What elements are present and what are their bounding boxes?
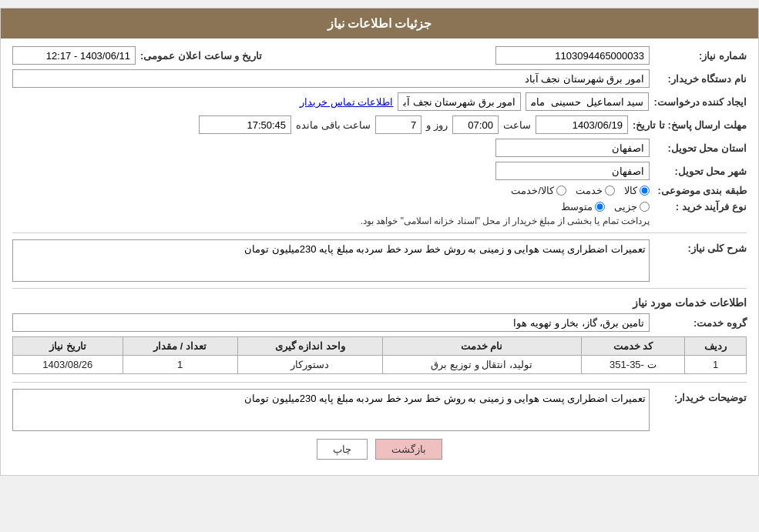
remaining-label: ساعت باقی مانده <box>296 119 371 131</box>
table-cell-unit: دستورکار <box>237 356 382 374</box>
requester-role-input <box>398 92 521 111</box>
col-header-qty: تعداد / مقدار <box>123 337 237 356</box>
col-header-date: تاریخ نیاز <box>13 337 123 356</box>
province-label: استان محل تحویل: <box>654 142 747 154</box>
buyer-desc-textarea[interactable] <box>12 389 650 431</box>
remaining-time-input <box>199 115 291 134</box>
table-cell-row: 1 <box>685 356 747 374</box>
table-cell-name: تولید، انتقال و توزیع برق <box>382 356 581 374</box>
city-input <box>495 162 650 180</box>
col-header-unit: واحد اندازه گیری <box>237 337 382 356</box>
deadline-day-label: روز و <box>426 119 448 131</box>
requester-contact-link[interactable]: اطلاعات تماس خریدار <box>300 96 393 108</box>
buyer-desc-label: توضیحات خریدار: <box>654 389 747 403</box>
category-radio-group: کالا خدمت کالا/خدمت <box>511 185 650 196</box>
service-group-label: گروه خدمت: <box>654 317 747 329</box>
deadline-label: مهلت ارسال پاسخ: تا تاریخ: <box>633 119 747 131</box>
city-label: شهر محل تحویل: <box>654 166 747 177</box>
col-header-name: نام خدمت <box>382 337 581 356</box>
page-title: جزئیات اطلاعات نیاز <box>1 8 758 38</box>
purchase-type-note: پرداخت تمام یا بخشی از مبلغ خریدار از مح… <box>361 216 650 226</box>
purchase-type-jazii[interactable]: جزیی <box>614 201 650 212</box>
deadline-date-input <box>536 115 628 134</box>
announcement-label: تاریخ و ساعت اعلان عمومی: <box>140 50 262 62</box>
client-org-label: نام دستگاه خریدار: <box>654 73 747 85</box>
requester-label: ایجاد کننده درخواست: <box>653 96 747 108</box>
announcement-input <box>12 46 136 65</box>
back-button[interactable]: بازگشت <box>375 439 442 460</box>
category-option-kala[interactable]: کالا <box>624 185 650 196</box>
need-desc-textarea[interactable] <box>12 239 650 282</box>
client-org-input <box>12 69 650 88</box>
deadline-days-input <box>375 115 421 134</box>
category-option-khedmat[interactable]: خدمت <box>576 185 615 196</box>
deadline-time-input <box>452 115 499 134</box>
requester-name-input <box>526 92 649 111</box>
category-label: طبقه بندی موضوعی: <box>654 185 747 196</box>
col-header-row: ردیف <box>685 337 747 356</box>
table-cell-date: 1403/08/26 <box>13 356 123 374</box>
table-cell-quantity: 1 <box>123 356 237 374</box>
province-input <box>495 139 650 157</box>
action-buttons: بازگشت چاپ <box>12 439 747 460</box>
col-header-code: کد خدمت <box>581 337 685 356</box>
print-button[interactable]: چاپ <box>317 439 368 460</box>
need-number-label: شماره نیاز: <box>654 50 747 62</box>
table-row: 1ت -35-351تولید، انتقال و توزیع برقدستور… <box>13 356 747 374</box>
need-desc-label: شرح کلی نیاز: <box>654 239 747 254</box>
services-section-title: اطلاعات خدمات مورد نیاز <box>12 296 747 309</box>
service-group-input <box>12 313 650 332</box>
table-cell-code: ت -35-351 <box>581 356 685 374</box>
services-table: ردیف کد خدمت نام خدمت واحد اندازه گیری ت… <box>12 336 747 374</box>
purchase-type-label: نوع فرآیند خرید : <box>654 201 747 212</box>
purchase-type-motavasset[interactable]: متوسط <box>561 201 605 212</box>
purchase-type-radio-group: جزیی متوسط <box>361 201 650 212</box>
need-number-input <box>495 46 650 65</box>
deadline-time-label: ساعت <box>503 119 531 131</box>
category-option-kala-khedmat[interactable]: کالا/خدمت <box>511 185 566 196</box>
